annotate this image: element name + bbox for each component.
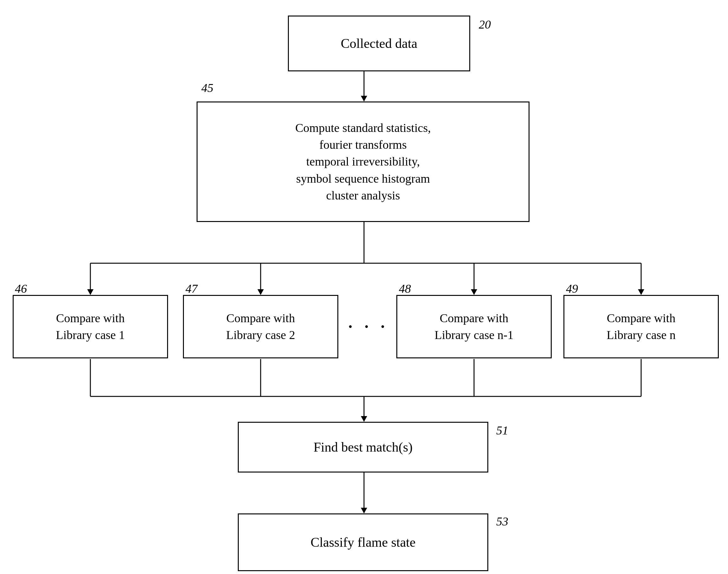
ellipsis-dots: · · · <box>346 314 390 339</box>
compare2-label: Compare withLibrary case 2 <box>226 310 295 343</box>
connectors-svg <box>0 0 728 574</box>
collected-data-box: Collected data <box>288 15 470 71</box>
label-20: 20 <box>479 17 491 31</box>
compare1-label: Compare withLibrary case 1 <box>56 310 125 343</box>
classify-box: Classify flame state <box>238 514 488 571</box>
label-45: 45 <box>201 81 213 95</box>
compare-n-label: Compare withLibrary case n <box>607 310 675 343</box>
svg-marker-7 <box>257 289 264 295</box>
compute-label: Compute standard statistics,fourier tran… <box>295 120 431 204</box>
compare-n-box: Compare withLibrary case n <box>563 295 719 358</box>
compare2-box: Compare withLibrary case 2 <box>183 295 338 358</box>
compute-box: Compute standard statistics,fourier tran… <box>197 101 529 222</box>
diagram-container: Collected data 20 Compute standard stati… <box>0 0 728 574</box>
svg-marker-5 <box>87 289 93 295</box>
label-48: 48 <box>399 282 411 295</box>
label-47: 47 <box>185 282 198 295</box>
dots-text: · · · <box>347 314 388 339</box>
svg-marker-9 <box>471 289 477 295</box>
compare1-box: Compare withLibrary case 1 <box>13 295 168 358</box>
compare-nm1-box: Compare withLibrary case n-1 <box>396 295 552 358</box>
classify-label: Classify flame state <box>310 533 415 552</box>
svg-marker-1 <box>361 96 367 101</box>
label-53: 53 <box>496 515 508 528</box>
collected-data-label: Collected data <box>341 34 417 53</box>
label-46: 46 <box>15 282 27 295</box>
compare-nm1-label: Compare withLibrary case n-1 <box>435 310 514 343</box>
label-51: 51 <box>496 423 508 437</box>
label-49: 49 <box>566 282 578 295</box>
svg-marker-20 <box>361 508 367 514</box>
svg-marker-18 <box>361 416 367 422</box>
best-match-box: Find best match(s) <box>238 422 488 473</box>
svg-marker-11 <box>638 289 644 295</box>
best-match-label: Find best match(s) <box>313 438 413 457</box>
